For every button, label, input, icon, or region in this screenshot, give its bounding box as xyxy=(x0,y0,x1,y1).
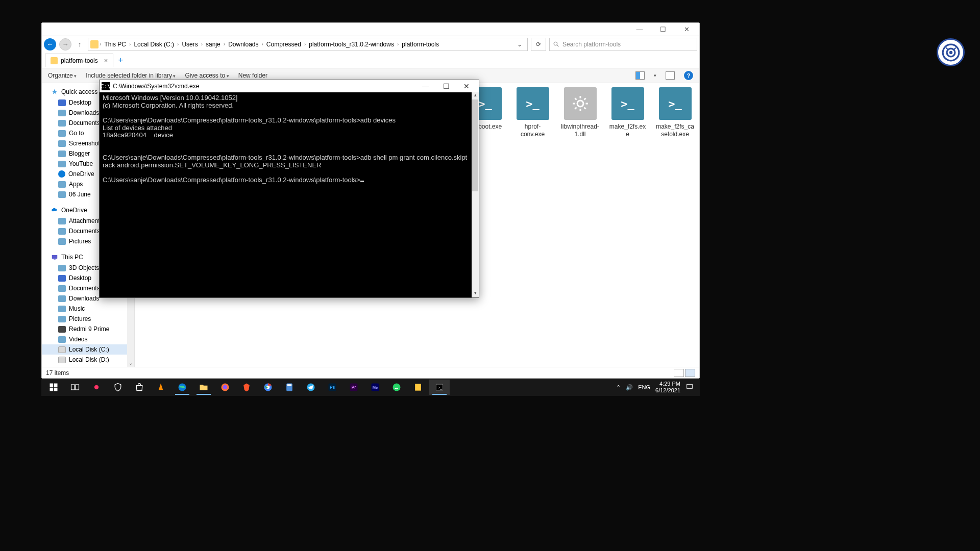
sidebar-item-localdisk-d[interactable]: Local Disk (D:) xyxy=(42,355,134,365)
exe-icon: >_ xyxy=(659,87,692,120)
crumb[interactable]: Local Disk (C:) xyxy=(132,40,176,49)
tray-notifications-icon[interactable] xyxy=(685,383,694,392)
svg-rect-27 xyxy=(50,388,54,391)
crumb[interactable]: Downloads xyxy=(226,40,260,49)
tab-platform-tools[interactable]: platform-tools × xyxy=(45,54,113,67)
taskbar-app-iobit[interactable] xyxy=(86,380,107,395)
taskbar-app-edge[interactable] xyxy=(172,380,192,395)
nav-up-button[interactable]: ↑ xyxy=(75,40,85,48)
preview-pane-button[interactable] xyxy=(635,71,645,80)
details-pane-button[interactable] xyxy=(666,71,675,80)
refresh-button[interactable]: ⟳ xyxy=(531,38,546,51)
cmd-maximize-button[interactable]: ☐ xyxy=(436,82,456,90)
breadcrumb-bar[interactable]: › This PC› Local Disk (C:)› Users› sanje… xyxy=(88,38,528,51)
status-bar: 17 items xyxy=(42,367,699,378)
taskbar-app-chrome[interactable] xyxy=(258,380,278,395)
svg-text:>_: >_ xyxy=(438,385,443,390)
taskbar: Ps Pr Me >_ ⌃ 🔊 ENG 4:29 PM 6/12/2021 xyxy=(41,379,700,396)
sidebar-item-videos[interactable]: Videos xyxy=(42,334,134,344)
organize-menu[interactable]: Organize xyxy=(48,72,77,79)
svg-point-19 xyxy=(949,51,952,54)
taskbar-app-whatsapp[interactable] xyxy=(386,380,407,395)
folder-icon xyxy=(58,238,66,245)
tray-volume-icon[interactable]: 🔊 xyxy=(626,384,633,391)
crumb[interactable]: Users xyxy=(180,40,200,49)
cmd-scrollbar[interactable]: ▴ ▾ xyxy=(472,92,479,297)
minimize-button[interactable]: — xyxy=(628,23,651,35)
taskbar-app-calculator[interactable] xyxy=(279,380,300,395)
nav-forward-button[interactable]: → xyxy=(59,38,71,51)
taskbar-app-notes[interactable] xyxy=(408,380,428,395)
close-button[interactable]: ✕ xyxy=(675,23,698,35)
tray-chevron-icon[interactable]: ⌃ xyxy=(616,384,621,391)
crumb[interactable]: sanje xyxy=(204,40,223,49)
svg-rect-50 xyxy=(687,384,693,388)
start-button[interactable] xyxy=(43,380,64,395)
crumb[interactable]: Compressed xyxy=(264,40,303,49)
nav-back-button[interactable]: ← xyxy=(44,38,56,51)
disk-icon xyxy=(58,346,66,353)
exe-icon: >_ xyxy=(517,87,549,120)
scroll-up-icon[interactable]: ▴ xyxy=(472,92,479,99)
details-view-button[interactable] xyxy=(674,369,684,377)
taskbar-app-cmd[interactable]: >_ xyxy=(429,380,450,395)
desktop-icon xyxy=(58,275,66,282)
sidebar-item-music[interactable]: Music xyxy=(42,304,134,314)
crumb[interactable]: platform-tools_r31.0.2-windows xyxy=(307,40,396,49)
search-placeholder: Search platform-tools xyxy=(562,41,621,48)
chevron-right-icon: › xyxy=(100,41,101,47)
tray-clock[interactable]: 4:29 PM 6/12/2021 xyxy=(655,381,680,393)
taskbar-app-explorer[interactable] xyxy=(193,380,214,395)
folder-icon xyxy=(58,140,66,147)
sidebar-item-redmi9[interactable]: Redmi 9 Prime xyxy=(42,324,134,334)
file-item[interactable]: >_make_f2fs.exe xyxy=(608,87,647,138)
folder-icon xyxy=(58,181,66,188)
svg-point-31 xyxy=(94,385,99,389)
taskbar-app-store[interactable] xyxy=(129,380,150,395)
icons-view-button[interactable] xyxy=(685,369,695,377)
file-item[interactable]: >_hprof-conv.exe xyxy=(513,87,552,138)
scroll-down-icon[interactable]: ▾ xyxy=(472,290,479,297)
include-in-library-menu[interactable]: Include selected folder in library xyxy=(86,72,176,79)
task-view-button[interactable] xyxy=(65,380,85,395)
sidebar-item-pictures-pc[interactable]: Pictures xyxy=(42,314,134,324)
tray-language[interactable]: ENG xyxy=(638,384,650,390)
taskbar-app-telegram[interactable] xyxy=(301,380,321,395)
taskbar-app-defender[interactable] xyxy=(108,380,128,395)
chevron-down-icon[interactable]: ▾ xyxy=(654,73,656,78)
svg-rect-30 xyxy=(76,385,79,390)
help-button[interactable]: ? xyxy=(684,71,693,80)
folder-icon xyxy=(58,218,66,224)
give-access-menu[interactable]: Give access to xyxy=(185,72,229,79)
taskbar-app-media-encoder[interactable]: Me xyxy=(365,380,385,395)
new-tab-button[interactable]: + xyxy=(114,54,127,66)
scrollbar-thumb[interactable] xyxy=(472,99,478,191)
search-input[interactable]: Search platform-tools xyxy=(549,38,697,51)
sidebar-item-localdisk-c[interactable]: Local Disk (C:) xyxy=(42,344,134,355)
taskbar-app-brave[interactable] xyxy=(236,380,257,395)
system-tray[interactable]: ⌃ 🔊 ENG 4:29 PM 6/12/2021 xyxy=(612,381,698,393)
cmd-close-button[interactable]: ✕ xyxy=(456,82,477,90)
crumb[interactable]: This PC xyxy=(102,40,128,49)
new-folder-button[interactable]: New folder xyxy=(238,72,267,79)
tab-close-icon[interactable]: × xyxy=(101,57,108,64)
folder-icon xyxy=(58,191,66,198)
taskbar-app-premiere[interactable]: Pr xyxy=(344,380,364,395)
cmd-output[interactable]: Microsoft Windows [Version 10.0.19042.10… xyxy=(100,92,472,297)
maximize-button[interactable]: ☐ xyxy=(651,23,675,35)
address-bar-row: ← → ↑ › This PC› Local Disk (C:)› Users›… xyxy=(42,35,699,53)
tab-bar: platform-tools × + xyxy=(42,53,699,68)
file-item[interactable]: >_make_f2fs_casefold.exe xyxy=(656,87,694,138)
chevron-down-icon[interactable]: ⌄ xyxy=(514,41,525,48)
svg-point-20 xyxy=(554,42,557,45)
explorer-titlebar[interactable]: — ☐ ✕ xyxy=(42,23,699,35)
star-icon xyxy=(51,88,58,95)
cmd-minimize-button[interactable]: — xyxy=(415,82,436,90)
taskbar-app-firefox[interactable] xyxy=(215,380,235,395)
cmd-titlebar[interactable]: C:\ C:\Windows\System32\cmd.exe — ☐ ✕ xyxy=(100,80,479,92)
folder-icon xyxy=(58,316,66,322)
taskbar-app-photoshop[interactable]: Ps xyxy=(322,380,342,395)
crumb[interactable]: platform-tools xyxy=(400,40,441,49)
taskbar-app-vlc[interactable] xyxy=(151,380,171,395)
file-item[interactable]: libwinpthread-1.dll xyxy=(561,87,599,138)
